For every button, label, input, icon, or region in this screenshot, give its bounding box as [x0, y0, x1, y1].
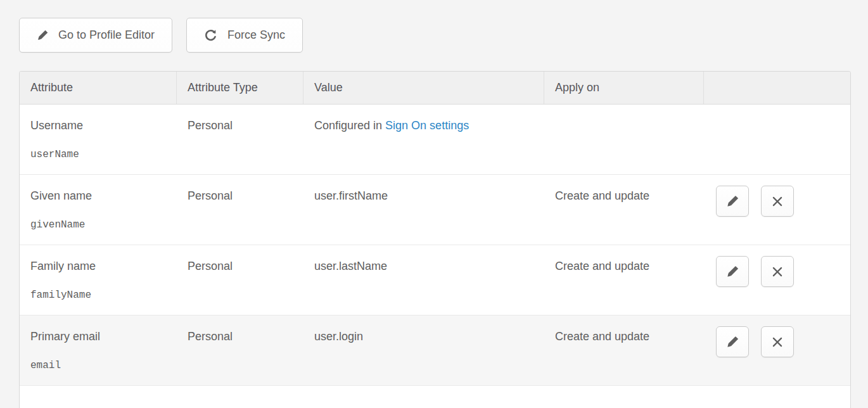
column-header-value: Value — [303, 72, 544, 104]
attribute-code: userName — [30, 148, 169, 162]
apply-on-cell — [544, 105, 704, 174]
table-row-username: Username userName Personal Configured in… — [20, 105, 850, 175]
table-row-family-name: Family name familyName Personal user.las… — [20, 245, 850, 316]
attribute-label: Given name — [30, 189, 169, 203]
column-header-attribute-type: Attribute Type — [177, 72, 303, 104]
value-cell: user.firstName — [303, 175, 544, 245]
apply-on-cell: Create and update — [544, 175, 704, 245]
go-to-profile-editor-button[interactable]: Go to Profile Editor — [19, 18, 172, 53]
edit-attribute-button[interactable] — [716, 326, 749, 357]
attribute-label: Primary email — [30, 329, 169, 343]
delete-attribute-button[interactable] — [761, 326, 794, 357]
attribute-label: Username — [30, 118, 169, 132]
force-sync-label: Force Sync — [227, 29, 285, 42]
delete-attribute-button[interactable] — [761, 256, 794, 287]
go-to-profile-editor-label: Go to Profile Editor — [58, 29, 155, 42]
actions-cell — [704, 175, 850, 245]
attribute-cell: Username userName — [20, 105, 177, 174]
empty-table-row — [20, 386, 850, 408]
force-sync-button[interactable]: Force Sync — [186, 18, 303, 53]
attribute-label: Family name — [30, 259, 169, 273]
column-header-actions — [704, 72, 850, 104]
pencil-icon — [37, 29, 49, 41]
attributes-table: Attribute Attribute Type Value Apply on … — [19, 71, 851, 408]
column-header-attribute: Attribute — [20, 72, 177, 104]
refresh-icon — [204, 29, 218, 42]
attribute-type-cell: Personal — [177, 316, 303, 385]
attribute-code: email — [30, 359, 169, 373]
x-icon — [771, 265, 784, 278]
apply-on-cell: Create and update — [544, 316, 704, 385]
attribute-cell: Family name familyName — [20, 245, 177, 315]
value-cell: user.login — [303, 316, 544, 385]
table-header-row: Attribute Attribute Type Value Apply on — [20, 72, 850, 105]
x-icon — [771, 195, 784, 208]
edit-attribute-button[interactable] — [716, 186, 749, 217]
pencil-icon — [726, 335, 739, 348]
actions-cell — [704, 105, 850, 174]
attribute-type-cell: Personal — [177, 175, 303, 245]
table-row-given-name: Given name givenName Personal user.first… — [20, 175, 850, 245]
table-row-primary-email: Primary email email Personal user.login … — [20, 316, 850, 386]
attribute-mappings-page: Go to Profile Editor Force Sync Attribut… — [0, 0, 868, 408]
attribute-code: familyName — [30, 288, 169, 302]
attribute-type-cell: Personal — [177, 105, 303, 174]
delete-attribute-button[interactable] — [761, 186, 794, 217]
apply-on-cell: Create and update — [544, 245, 704, 315]
value-cell: user.lastName — [303, 245, 544, 315]
edit-attribute-button[interactable] — [716, 256, 749, 287]
value-cell: Configured inSign On settings — [303, 105, 544, 174]
attribute-cell: Given name givenName — [20, 175, 177, 245]
value-text: Configured in — [314, 119, 382, 132]
pencil-icon — [726, 194, 739, 208]
attribute-type-cell: Personal — [177, 245, 303, 315]
x-icon — [771, 336, 784, 348]
toolbar: Go to Profile Editor Force Sync — [19, 18, 868, 53]
attribute-cell: Primary email email — [20, 316, 177, 385]
column-header-apply-on: Apply on — [544, 72, 704, 104]
actions-cell — [704, 245, 850, 315]
pencil-icon — [726, 265, 739, 278]
actions-cell — [704, 316, 850, 385]
sign-on-settings-link[interactable]: Sign On settings — [385, 119, 469, 132]
attribute-code: givenName — [30, 218, 169, 232]
